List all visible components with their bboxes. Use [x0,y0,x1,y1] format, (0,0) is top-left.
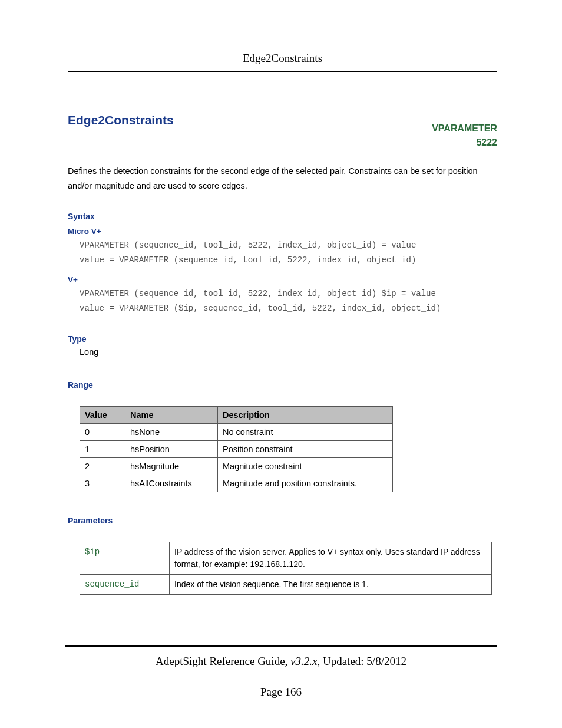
range-desc: Position constraint [218,441,393,458]
range-value: 0 [80,424,125,441]
range-name: hsMagnitude [125,458,218,475]
vparameter-label: VPARAMETER [432,121,497,136]
table-row: 0 hsNone No constraint [80,424,393,441]
vparameter-badge: VPARAMETER 5222 [432,121,497,150]
footer-title: AdeptSight Reference Guide [156,655,285,667]
type-value: Long [80,347,497,357]
running-header: Edge2Constraints [68,52,497,72]
parameters-heading: Parameters [68,516,497,525]
footer-version: , v3.2.x [285,655,318,667]
range-heading: Range [68,380,497,390]
page-footer: AdeptSight Reference Guide, v3.2.x, Upda… [65,645,497,699]
page-title: Edge2Constraints [68,113,174,127]
table-row: 1 hsPosition Position constraint [80,441,393,458]
param-name: $ip [80,542,170,575]
table-row: 2 hsMagnitude Magnitude constraint [80,458,393,475]
range-header-name: Name [125,407,218,424]
vplus-code: VPARAMETER (sequence_id, tool_id, 5222, … [80,286,497,315]
range-name: hsNone [125,424,218,441]
table-row: $ip IP address of the vision server. App… [80,542,492,575]
footer-updated: , Updated: 5/8/2012 [317,655,406,667]
range-value: 2 [80,458,125,475]
range-header-value: Value [80,407,125,424]
range-name: hsPosition [125,441,218,458]
range-value: 3 [80,475,125,492]
type-heading: Type [68,334,497,344]
range-name: hsAllConstraints [125,475,218,492]
param-name: sequence_id [80,575,170,595]
table-row: sequence_id Index of the vision sequence… [80,575,492,595]
intro-text: Defines the detection constraints for th… [68,164,497,193]
vplus-heading: V+ [68,275,497,284]
micro-vplus-code: VPARAMETER (sequence_id, tool_id, 5222, … [80,238,497,267]
table-row: 3 hsAllConstraints Magnitude and positio… [80,475,393,492]
syntax-heading: Syntax [68,212,497,221]
range-desc: Magnitude constraint [218,458,393,475]
micro-vplus-heading: Micro V+ [68,227,497,236]
range-desc: No constraint [218,424,393,441]
param-desc: IP address of the vision server. Applies… [170,542,492,575]
vparameter-number: 5222 [432,136,497,150]
page-number: Page 166 [65,686,497,699]
parameters-table: $ip IP address of the vision server. App… [80,542,492,595]
range-desc: Magnitude and position constraints. [218,475,393,492]
range-value: 1 [80,441,125,458]
range-table: Value Name Description 0 hsNone No const… [80,406,393,492]
param-desc: Index of the vision sequence. The first … [170,575,492,595]
range-header-desc: Description [218,407,393,424]
